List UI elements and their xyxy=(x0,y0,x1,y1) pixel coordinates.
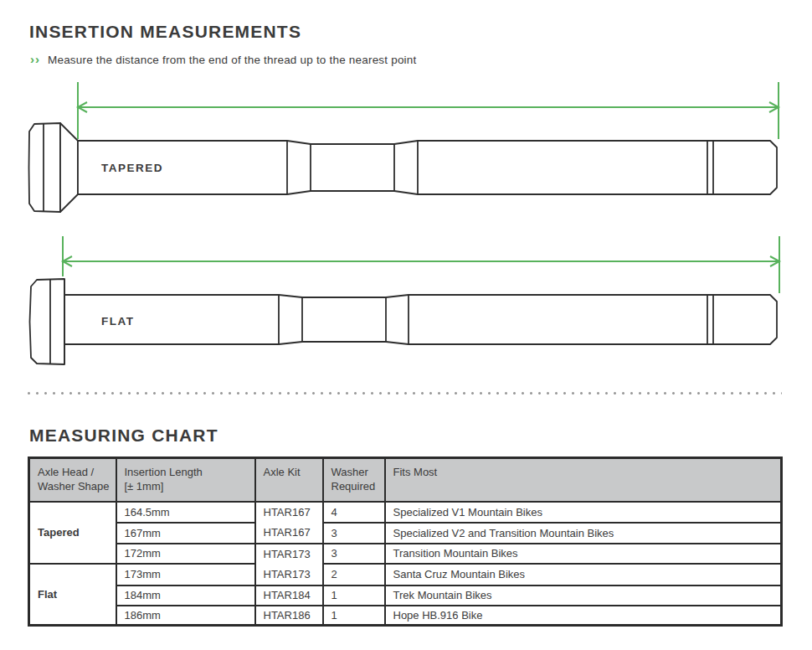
fits-cell: Specialized V1 Mountain Bikes xyxy=(385,502,782,523)
washer-cell: 4 xyxy=(323,502,385,523)
manual-page: INSERTION MEASUREMENTS ››Measure the dis… xyxy=(0,0,812,650)
table-row: 172mm HTAR173 HTAR173 3 Transition Mount… xyxy=(29,544,782,564)
table-row: Tapered 164.5mm HTAR167 HTAR167 4 Specia… xyxy=(29,502,782,523)
dimension-arrow-tapered xyxy=(78,82,779,139)
dimension-arrow-flat xyxy=(63,236,779,293)
length-cell: 167mm xyxy=(116,523,255,544)
kit-cell-merged: HTAR167 HTAR167 xyxy=(255,502,323,544)
length-cell: 186mm xyxy=(116,606,255,626)
washer-cell: 3 xyxy=(323,523,385,544)
shape-cell-flat: Flat xyxy=(29,564,116,626)
table-row: Flat 173mm 2 Santa Cruz Mountain Bikes xyxy=(29,564,782,586)
washer-cell: 2 xyxy=(323,564,385,586)
length-cell: 173mm xyxy=(116,564,255,586)
length-cell: 172mm xyxy=(116,544,255,564)
flat-label: FLAT xyxy=(101,315,135,328)
col-header-insertion-length: Insertion Length [± 1mm] xyxy=(116,458,255,502)
flat-axle-drawing xyxy=(30,279,778,364)
col-header-axle-head-washer-shape: Axle Head / Washer Shape xyxy=(29,458,116,502)
dotted-divider xyxy=(28,392,782,395)
col-header-washer-required: Washer Required xyxy=(323,458,385,502)
washer-cell: 1 xyxy=(323,586,385,606)
kit-cell-merged: HTAR173 HTAR173 xyxy=(255,544,323,586)
table-row: 186mm HTAR186 1 Hope HB.916 Bike xyxy=(29,606,782,626)
shape-cell-tapered: Tapered xyxy=(29,502,116,564)
kit-cell: HTAR186 xyxy=(255,606,323,626)
fits-cell: Transition Mountain Bikes xyxy=(385,544,782,564)
washer-cell: 3 xyxy=(323,544,385,564)
fits-cell: Specialized V2 and Transition Mountain B… xyxy=(385,523,782,544)
kit-cell: HTAR184 xyxy=(255,586,323,606)
length-cell: 184mm xyxy=(116,586,255,606)
measuring-chart-title: MEASURING CHART xyxy=(29,426,218,444)
fits-cell: Trek Mountain Bikes xyxy=(385,586,782,606)
col-header-fits-most: Fits Most xyxy=(385,458,782,502)
axle-diagrams: TAPERED FLAT xyxy=(0,0,812,394)
table-row: 184mm HTAR184 1 Trek Mountain Bikes xyxy=(29,586,782,606)
washer-cell: 1 xyxy=(323,606,385,626)
measuring-chart-table: Axle Head / Washer Shape Insertion Lengt… xyxy=(28,457,783,627)
header-row: Axle Head / Washer Shape Insertion Lengt… xyxy=(29,458,782,502)
tapered-label: TAPERED xyxy=(101,162,163,174)
fits-cell: Santa Cruz Mountain Bikes xyxy=(385,564,782,586)
fits-cell: Hope HB.916 Bike xyxy=(385,606,782,626)
length-cell: 164.5mm xyxy=(116,502,255,523)
col-header-axle-kit: Axle Kit xyxy=(255,458,323,502)
table-row: 167mm 3 Specialized V2 and Transition Mo… xyxy=(29,523,782,544)
